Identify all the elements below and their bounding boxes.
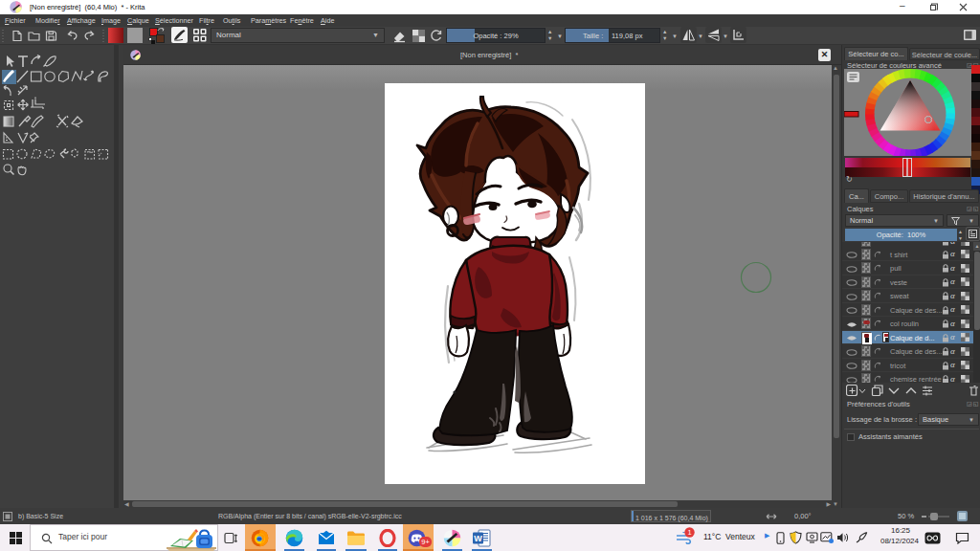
svg-text:1: 1 [687,528,691,537]
svg-text:9+: 9+ [421,538,430,546]
svg-text:W: W [474,534,482,543]
